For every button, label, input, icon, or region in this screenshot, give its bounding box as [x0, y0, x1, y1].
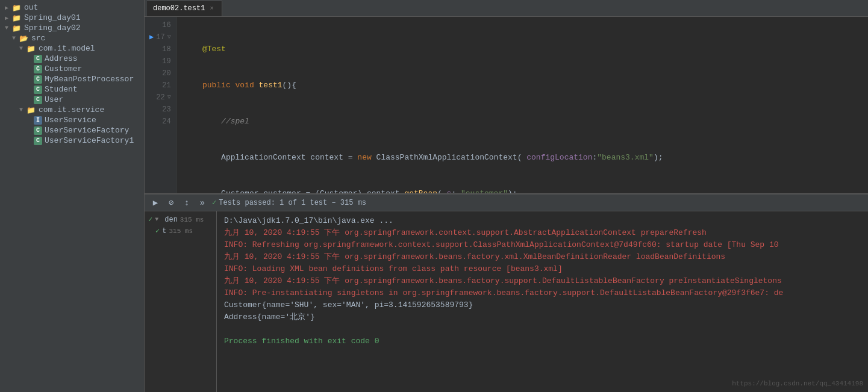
console-line: INFO: Pre-instantiating singletons in or… — [224, 287, 861, 299]
spacer — [27, 137, 34, 144]
watermark: https://blog.csdn.net/qq_43414198 — [732, 380, 863, 387]
spacer — [27, 117, 34, 123]
sidebar-item-userservicefactory1[interactable]: C UserServiceFactory1 — [0, 135, 144, 146]
tab-bar: demo02.test1 × — [145, 0, 868, 17]
code-line-16: @Test — [184, 43, 868, 55]
line-num-24: 24 — [149, 116, 171, 128]
class-icon: C — [34, 126, 42, 135]
console-line: 九月 10, 2020 4:19:55 下午 org.springframewo… — [224, 227, 861, 239]
sidebar-item-mybeanpostprocessor[interactable]: C MyBeanPostProcessor — [0, 74, 144, 84]
sidebar-label: com.it.model — [39, 44, 95, 53]
collapse-arrow: ▶ — [5, 14, 12, 22]
line-num-23: 23 — [149, 104, 171, 116]
folder-icon — [12, 24, 22, 33]
class-icon: C — [34, 65, 42, 73]
sidebar-label: Spring_day01 — [24, 13, 81, 22]
console-line-exit: Process finished with exit code 0 — [224, 335, 861, 347]
sidebar-item-address[interactable]: C Address — [0, 54, 144, 64]
test-tree: ✓ ▼ den 315 ms ✓ t 315 ms — [145, 211, 217, 392]
sidebar-item-spring-day01[interactable]: ▶ Spring_day01 — [0, 13, 144, 23]
src-icon — [19, 34, 29, 43]
folder-icon — [12, 4, 22, 12]
sidebar-item-student[interactable]: C Student — [0, 84, 144, 95]
console-line: 九月 10, 2020 4:19:55 下午 org.springframewo… — [224, 251, 861, 263]
sidebar-item-src[interactable]: ▼ src — [0, 33, 144, 43]
class-icon: C — [34, 96, 42, 104]
test-time: 315 ms — [180, 216, 204, 223]
sidebar-label: MyBeanPostProcessor — [45, 75, 134, 84]
sidebar-label: com.it.service — [39, 105, 104, 114]
sidebar-item-user[interactable]: C User — [0, 95, 144, 105]
console-line — [224, 323, 861, 335]
sidebar-item-com-it-service[interactable]: ▼ com.it.service — [0, 105, 144, 115]
folder-icon — [12, 14, 22, 22]
collapse-arrow: ▶ — [5, 4, 12, 11]
package-icon — [27, 45, 36, 53]
console-output: D:\Java\jdk1.7.0_17\bin\java.exe ... 九月 … — [217, 211, 868, 392]
main-container: ▶ out ▶ Spring_day01 ▼ Spring_day02 ▼ sr… — [0, 0, 868, 392]
sidebar-item-userservicefactory[interactable]: C UserServiceFactory — [0, 125, 144, 135]
line-num-18: 18 — [149, 43, 171, 55]
line-num-16: 16 — [149, 19, 171, 31]
test-node-den[interactable]: ✓ ▼ den 315 ms — [145, 214, 216, 225]
spacer — [27, 127, 34, 134]
package-icon — [27, 106, 36, 114]
run-arrow-icon: ▶ — [149, 31, 154, 43]
test-status: ✓ Tests passed: 1 of 1 test – 315 ms — [212, 198, 366, 207]
sidebar-label: src — [31, 34, 45, 43]
sidebar-label: User — [45, 95, 63, 104]
code-line-18: //spel — [184, 116, 868, 128]
fold-icon: ▽ — [167, 92, 171, 104]
interface-icon: I — [34, 116, 42, 125]
collapse-arrow: ▼ — [155, 216, 162, 223]
tab-close-button[interactable]: × — [207, 4, 216, 13]
bottom-panel: ▶ ⊘ ↕ » ✓ Tests passed: 1 of 1 test – 31… — [145, 193, 868, 392]
console-line: Customer{name='SHU', sex='MAN', pi=3.141… — [224, 299, 861, 311]
code-content[interactable]: @Test public void test1(){ //spel Applic… — [176, 17, 868, 193]
sidebar-label: Spring_day02 — [24, 23, 81, 33]
editor-area: demo02.test1 × 16 ▶ 17 ▽ 18 19 20 21 — [145, 0, 868, 392]
play-button[interactable]: ▶ — [149, 197, 161, 209]
sort-button[interactable]: ↕ — [181, 197, 193, 209]
class-icon: C — [34, 86, 42, 94]
code-line-17: public void test1(){ — [184, 79, 868, 92]
test-node-t[interactable]: ✓ t 315 ms — [145, 225, 216, 237]
tab-label: demo02.test1 — [153, 4, 205, 13]
console-line: D:\Java\jdk1.7.0_17\bin\java.exe ... — [224, 215, 861, 227]
sidebar-item-userservice[interactable]: I UserService — [0, 115, 144, 125]
sidebar-label: UserServiceFactory1 — [45, 136, 134, 145]
sidebar: ▶ out ▶ Spring_day01 ▼ Spring_day02 ▼ sr… — [0, 0, 145, 392]
more-button[interactable]: » — [196, 197, 208, 209]
line-num-21: 21 — [149, 79, 171, 92]
test-pass-icon: ✓ — [212, 198, 216, 207]
collapse-arrow: ▼ — [12, 35, 19, 42]
sidebar-item-customer[interactable]: C Customer — [0, 64, 144, 74]
spacer — [27, 55, 34, 62]
code-line-20: Customer customer = (Customer) context.g… — [184, 188, 868, 193]
collapse-arrow: ▼ — [19, 45, 27, 52]
line-num-20: 20 — [149, 67, 171, 79]
spacer — [27, 86, 34, 93]
test-node-label: den — [164, 216, 178, 224]
code-editor: 16 ▶ 17 ▽ 18 19 20 21 22 ▽ 23 24 — [145, 17, 868, 193]
console-line: Address{name='北京'} — [224, 311, 861, 323]
sidebar-label: Customer — [45, 64, 82, 73]
sidebar-item-com-it-model[interactable]: ▼ com.it.model — [0, 43, 144, 54]
stop-button[interactable]: ⊘ — [165, 197, 177, 209]
collapse-arrow: ▼ — [5, 25, 12, 31]
sidebar-label: out — [24, 3, 38, 12]
pass-icon: ✓ — [148, 215, 152, 224]
sidebar-item-spring-day02[interactable]: ▼ Spring_day02 — [0, 23, 144, 33]
class-icon: C — [34, 137, 42, 145]
class-icon: C — [34, 55, 42, 63]
spacer — [27, 96, 34, 103]
console-line: INFO: Refreshing org.springframework.con… — [224, 239, 861, 251]
line-num-22: 22 ▽ — [149, 92, 171, 104]
test-status-text: Tests passed: 1 of 1 test – 315 ms — [219, 199, 366, 207]
tab-demo02-test1[interactable]: demo02.test1 × — [147, 1, 222, 16]
test-node-label: t — [162, 227, 166, 235]
console-line: INFO: Loading XML bean definitions from … — [224, 263, 861, 275]
sidebar-item-out[interactable]: ▶ out — [0, 2, 144, 13]
sidebar-label: UserService — [45, 116, 96, 125]
test-time: 315 ms — [169, 228, 193, 235]
